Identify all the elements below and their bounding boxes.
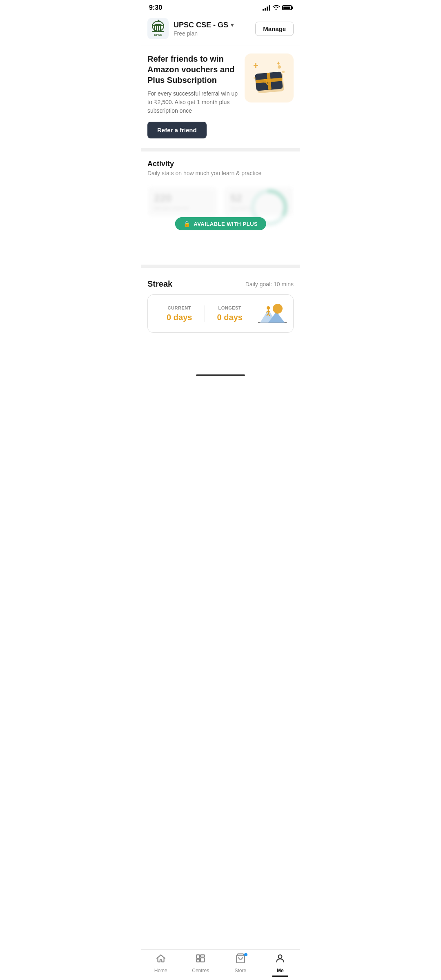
daily-goal-label: Daily goal: 10 mins bbox=[245, 281, 294, 287]
chevron-down-icon: ▾ bbox=[231, 22, 234, 28]
streak-section: Streak Daily goal: 10 mins CURRENT 0 day… bbox=[141, 271, 300, 339]
status-time: 9:30 bbox=[149, 4, 162, 11]
streak-longest: LONGEST 0 days bbox=[205, 305, 255, 322]
status-bar: 9:30 bbox=[141, 0, 300, 14]
activity-blurred-area: 220 Minutes learned 52 Questions 🔒 AVAIL… bbox=[147, 183, 294, 265]
header-title[interactable]: UPSC CSE - GS ▾ bbox=[174, 21, 234, 29]
activity-title: Activity bbox=[147, 160, 294, 168]
battery-icon bbox=[282, 5, 292, 10]
streak-card: CURRENT 0 days LONGEST 0 days bbox=[147, 294, 294, 333]
streak-title: Streak bbox=[147, 279, 172, 289]
refer-button[interactable]: Refer a friend bbox=[147, 122, 207, 138]
lock-icon: 🔒 bbox=[183, 220, 191, 227]
plus-badge-label: AVAILABLE WITH PLUS bbox=[194, 221, 258, 227]
streak-current-label: CURRENT bbox=[158, 305, 200, 310]
signal-icon bbox=[263, 5, 270, 11]
svg-rect-8 bbox=[152, 31, 164, 32]
svg-rect-6 bbox=[158, 26, 159, 31]
upsc-logo: UPSC bbox=[147, 18, 169, 39]
svg-text:UPSC: UPSC bbox=[154, 33, 162, 36]
section-divider bbox=[141, 148, 300, 151]
svg-point-26 bbox=[273, 304, 283, 314]
svg-rect-7 bbox=[160, 26, 161, 31]
svg-point-27 bbox=[267, 306, 270, 310]
streak-current-value: 0 days bbox=[158, 313, 200, 322]
home-indicator bbox=[141, 372, 300, 377]
referral-title: Refer friends to win Amazon vouchers and… bbox=[147, 53, 240, 85]
referral-image: ₹ + ✦ bbox=[245, 53, 294, 102]
plan-label: Free plan bbox=[174, 30, 234, 37]
svg-rect-5 bbox=[156, 26, 157, 31]
svg-text:₹: ₹ bbox=[264, 78, 269, 87]
streak-current: CURRENT 0 days bbox=[154, 305, 205, 322]
referral-description: For every successful referral win up to … bbox=[147, 89, 240, 115]
svg-point-19 bbox=[254, 77, 256, 79]
status-icons bbox=[263, 4, 292, 11]
svg-text:+: + bbox=[253, 60, 258, 71]
activity-subtitle: Daily stats on how much you learn & prac… bbox=[147, 170, 294, 176]
available-with-plus-badge[interactable]: 🔒 AVAILABLE WITH PLUS bbox=[175, 217, 266, 230]
section-divider-2 bbox=[141, 265, 300, 268]
streak-longest-label: LONGEST bbox=[209, 305, 251, 310]
streak-longest-value: 0 days bbox=[209, 313, 251, 322]
manage-button[interactable]: Manage bbox=[255, 22, 294, 36]
wifi-icon bbox=[272, 4, 280, 11]
svg-point-18 bbox=[282, 71, 285, 73]
stat-block-minutes: 220 Minutes learned bbox=[147, 187, 217, 216]
referral-section: Refer friends to win Amazon vouchers and… bbox=[141, 45, 300, 148]
header: UPSC UPSC CSE - GS ▾ Free plan Manage bbox=[141, 14, 300, 45]
activity-section: Activity Daily stats on how much you lea… bbox=[141, 151, 300, 265]
svg-rect-4 bbox=[154, 26, 155, 31]
svg-text:✦: ✦ bbox=[276, 60, 281, 67]
streak-illustration bbox=[258, 301, 287, 326]
